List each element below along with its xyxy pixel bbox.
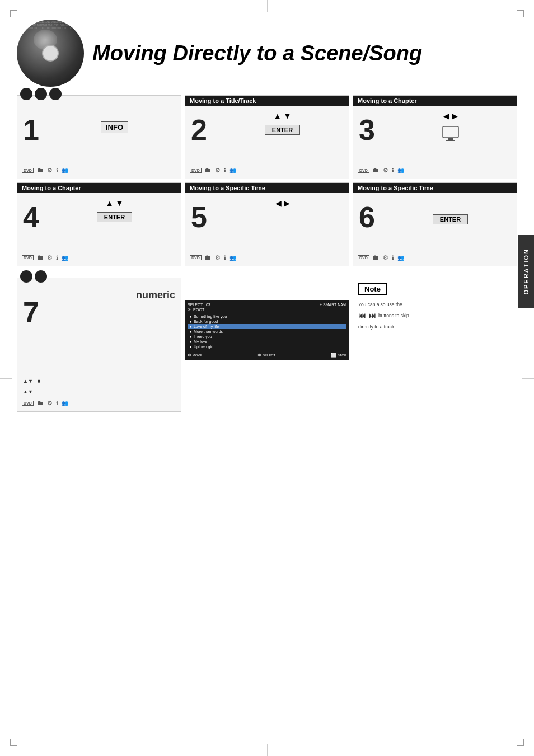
audio-icon: 👥: [62, 255, 68, 261]
bottom-instructions: ▲▼ ■ ▲▼: [23, 376, 175, 395]
screen-icon-container: [442, 126, 459, 144]
step-box-7: 7 numeric ▲▼ ■ ▲▼ DVD 🖿 ⚙ ℹ 👥: [17, 278, 181, 412]
step5-header: Moving to a Specific Time: [185, 183, 349, 193]
deco-dot: [20, 88, 32, 100]
folder-icon: 🖿: [205, 166, 212, 174]
deco-dot: [20, 270, 32, 283]
info-icon: ℹ: [224, 167, 226, 173]
dvd-label: DVD: [358, 255, 369, 260]
operation-label: OPERATION: [523, 248, 530, 295]
info-icon: ℹ: [56, 400, 58, 406]
bullet: ▼: [189, 345, 193, 349]
step3-header: Moving to a Chapter: [353, 96, 517, 106]
step2-status: DVD 🖿 ⚙ ℹ 👥: [190, 166, 344, 174]
page-title: Moving Directly to a Scene/Song: [92, 41, 422, 65]
audio-icon: 👥: [229, 167, 236, 173]
settings-icon: ⚙: [383, 167, 388, 174]
note-section: Note You can also use the ⏮ ⏭ buttons to…: [353, 278, 517, 412]
select-label: SELECT 03: [188, 303, 210, 307]
dvd-label: DVD: [22, 255, 34, 260]
deco-dot: [49, 88, 62, 100]
step4-status: DVD 🖿 ⚙ ℹ 👥: [22, 253, 176, 261]
move-label: ⊛ MOVE: [188, 353, 202, 358]
bullet: ▼: [189, 340, 193, 344]
numeric-label: numeric: [54, 289, 175, 301]
info-key: INFO: [101, 121, 128, 133]
folder-icon: 🖿: [373, 253, 380, 261]
step-number-1: 1: [23, 115, 39, 144]
menu-item-3[interactable]: ▼ More than words: [188, 329, 346, 334]
crosshair-right: [522, 378, 534, 379]
skip-forward-icon: ⏭: [368, 309, 376, 323]
step1-dots: [20, 88, 62, 100]
bottom-dots: [20, 270, 47, 283]
bullet: ▼: [189, 320, 193, 323]
up-arrow: ▲: [274, 111, 282, 120]
deco-dot: [35, 270, 47, 283]
step-box-2: Moving to a Title/Track 2 ▲ ▼ ENTER DVD …: [185, 95, 349, 179]
menu-item-6[interactable]: ▼ Uptown girl: [188, 344, 346, 349]
dvd-label: DVD: [22, 401, 34, 406]
dvd-label: DVD: [358, 168, 369, 173]
step5-status: DVD 🖿 ⚙ ℹ 👥: [190, 253, 344, 261]
settings-icon: ⚙: [383, 254, 388, 261]
folder-icon: 🖿: [37, 399, 44, 407]
dvd-label: DVD: [22, 168, 34, 173]
bullet: ▼: [189, 330, 193, 334]
menu-item-5[interactable]: ▼ My love: [188, 339, 346, 344]
step-number-7: 7: [23, 298, 39, 327]
audio-icon: 👥: [397, 167, 404, 173]
right-arrow: ▶: [452, 111, 458, 120]
enter-key-6: ENTER: [433, 214, 468, 224]
step-number-3: 3: [359, 115, 375, 144]
step-number-2: 2: [191, 115, 207, 144]
disc-inner: [42, 45, 59, 62]
svg-rect-0: [443, 126, 458, 138]
left-arrow: ◀: [443, 111, 449, 120]
down-arrow: ▼: [116, 199, 124, 208]
folder-icon: 🖿: [205, 253, 212, 261]
crosshair-bottom: [267, 744, 268, 756]
bottom-arrow-instruction-2: ▲▼: [23, 389, 175, 395]
up-arrow: ▲: [106, 199, 114, 208]
menu-item-2[interactable]: ▼ Love of my life: [188, 324, 346, 329]
audio-icon: 👥: [62, 167, 68, 173]
settings-icon: ⚙: [215, 167, 221, 174]
enter-key-4: ENTER: [97, 212, 132, 222]
smart-nav-root-row: ⟳ ROOT: [188, 308, 346, 312]
step2-header: Moving to a Title/Track: [185, 96, 349, 106]
menu-item-0[interactable]: ▼ Something like you: [188, 314, 346, 319]
root-label: ROOT: [193, 308, 204, 312]
menu-item-4[interactable]: ▼ I need you: [188, 334, 346, 339]
up-down-arrows-2: ▲▼: [23, 389, 33, 395]
step-number-6: 6: [359, 203, 375, 232]
step6-header: Moving to a Specific Time: [353, 183, 517, 193]
numeric-label-container: numeric: [54, 289, 175, 301]
audio-icon: 👥: [397, 255, 404, 261]
step1-content: INFO: [53, 108, 176, 133]
select-footer-label: ⊕ SELECT: [257, 353, 275, 358]
step-box-5: Moving to a Specific Time 5 ◀ ▶ DVD 🖿 ⚙ …: [185, 182, 349, 266]
bottom-section: 7 numeric ▲▼ ■ ▲▼ DVD 🖿 ⚙ ℹ 👥: [17, 278, 517, 412]
info-icon: ℹ: [392, 255, 394, 261]
header: 0101010101010101010101010101010101010101…: [17, 17, 517, 90]
corner-mark-tl: [10, 10, 17, 17]
dvd-label: DVD: [190, 255, 202, 260]
smart-nav-menu: SELECT 03 + SMART NAVI ⟳ ROOT ▼ Somethin…: [185, 300, 349, 360]
stop-symbol: ■: [37, 378, 40, 384]
step5-arrows: ◀ ▶: [275, 199, 290, 208]
operation-sidebar: OPERATION: [518, 235, 534, 308]
bullet: ▼: [189, 325, 193, 328]
main-content: 1 INFO DVD 🖿 ⚙ ℹ 👥 Moving to a Title/Tra…: [17, 95, 517, 412]
steps-grid: 1 INFO DVD 🖿 ⚙ ℹ 👥 Moving to a Title/Tra…: [17, 95, 517, 266]
note-text: You can also use the ⏮ ⏭ buttons to skip…: [358, 300, 512, 332]
crosshair-top: [267, 0, 268, 12]
note-line-1: You can also use the: [358, 300, 512, 309]
svg-rect-1: [448, 138, 453, 140]
step-box-1: 1 INFO DVD 🖿 ⚙ ℹ 👥: [17, 95, 181, 179]
folder-icon: 🖿: [373, 166, 380, 174]
menu-item-1[interactable]: ▼ Back for good: [188, 319, 346, 324]
corner-mark-tr: [517, 10, 524, 17]
step5-content: ◀ ▶: [221, 199, 344, 208]
info-icon: ℹ: [56, 167, 58, 173]
